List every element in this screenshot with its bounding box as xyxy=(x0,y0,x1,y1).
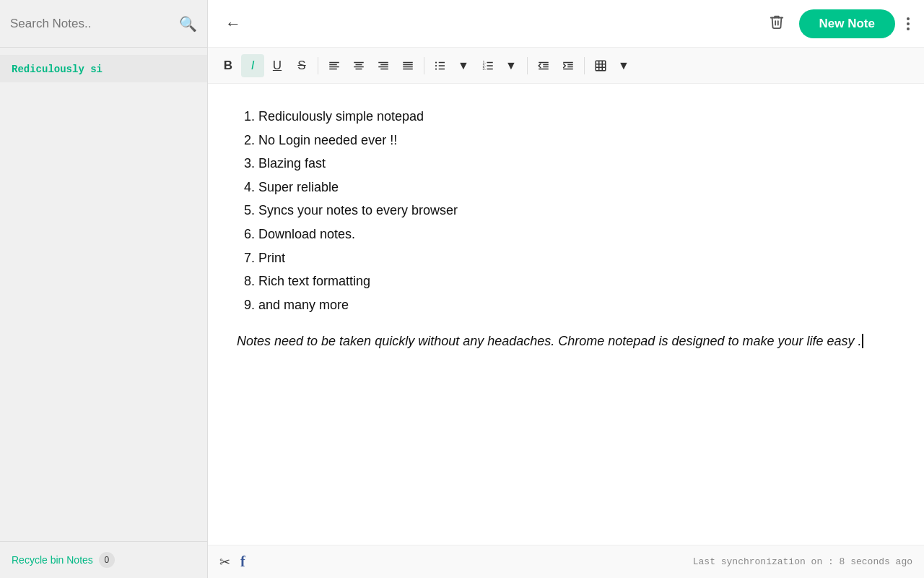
svg-point-20 xyxy=(435,64,437,66)
note-title: Rediculously si xyxy=(12,64,103,75)
underline-button[interactable]: U xyxy=(266,54,289,77)
svg-rect-36 xyxy=(596,61,606,71)
sidebar-header: 🔍 xyxy=(0,0,207,48)
table-group: ▼ xyxy=(589,54,635,77)
align-left-icon xyxy=(328,59,341,72)
list-item: Blazing fast xyxy=(258,152,886,175)
list-item: Syncs your notes to every browser xyxy=(258,199,886,222)
statusbar-icons: ✂ f xyxy=(219,553,245,570)
numbered-list-group: 1.2.3. ▼ xyxy=(476,54,523,77)
recycle-bin-button[interactable]: Recycle bin Notes 0 xyxy=(12,552,196,568)
indent-icon xyxy=(562,59,575,72)
search-icon[interactable]: 🔍 xyxy=(179,15,197,33)
align-right-button[interactable] xyxy=(372,54,395,77)
statusbar: ✂ f Last synchronization on : 8 seconds … xyxy=(208,545,924,578)
indent-button[interactable] xyxy=(557,54,580,77)
toolbar-separator-1 xyxy=(318,57,318,74)
toolbar-separator-4 xyxy=(584,57,585,74)
svg-text:3.: 3. xyxy=(483,66,486,71)
bullet-dropdown-arrow: ▼ xyxy=(458,59,469,72)
sync-status: Last synchronization on : 8 seconds ago xyxy=(693,556,912,567)
list-item: Download notes. xyxy=(258,223,886,246)
scissors-icon[interactable]: ✂ xyxy=(219,554,230,570)
bullet-list-group: ▼ xyxy=(429,54,475,77)
sidebar-footer: Recycle bin Notes 0 xyxy=(0,541,207,578)
numbered-dropdown-button[interactable]: ▼ xyxy=(500,54,523,77)
numbered-dropdown-arrow: ▼ xyxy=(505,59,517,72)
text-cursor xyxy=(862,334,863,348)
list-item: No Login needed ever !! xyxy=(258,129,886,152)
topbar: ← New Note xyxy=(208,0,924,48)
bullet-dropdown-button[interactable]: ▼ xyxy=(452,54,475,77)
table-button[interactable] xyxy=(589,54,612,77)
list-item: Print xyxy=(258,247,886,269)
numbered-list-button[interactable]: 1.2.3. xyxy=(476,54,500,77)
italic-button[interactable]: I xyxy=(241,54,264,77)
bullet-list-icon xyxy=(434,59,447,72)
trash-button[interactable] xyxy=(763,11,790,37)
strikethrough-button[interactable]: S xyxy=(290,54,313,77)
note-item[interactable]: Rediculously si xyxy=(0,55,207,82)
list-item: and many more xyxy=(258,294,886,316)
align-justify-button[interactable] xyxy=(396,54,419,77)
svg-point-21 xyxy=(435,68,437,69)
editor-paragraph: Notes need to be taken quickly without a… xyxy=(237,330,886,353)
editor-area[interactable]: Rediculously simple notepad No Login nee… xyxy=(208,84,924,545)
more-options-button[interactable] xyxy=(904,14,912,33)
note-list: Rediculously simple notepad No Login nee… xyxy=(237,105,886,316)
main-area: ← New Note B I U S xyxy=(208,0,924,578)
facebook-icon[interactable]: f xyxy=(240,553,245,570)
trash-icon xyxy=(769,14,785,30)
search-input[interactable] xyxy=(10,17,173,31)
formatting-toolbar: B I U S ▼ xyxy=(208,48,924,84)
outdent-button[interactable] xyxy=(532,54,555,77)
table-dropdown-button[interactable]: ▼ xyxy=(612,54,635,77)
svg-point-19 xyxy=(435,61,437,63)
table-icon xyxy=(594,59,607,72)
numbered-list-icon: 1.2.3. xyxy=(481,59,494,72)
align-left-button[interactable] xyxy=(323,54,346,77)
more-dot-1 xyxy=(907,17,910,20)
more-dot-2 xyxy=(907,22,910,25)
align-center-icon xyxy=(352,59,365,72)
list-item: Rich text formatting xyxy=(258,270,886,293)
paragraph-text: Notes need to be taken quickly without a… xyxy=(237,334,862,348)
list-item: Rediculously simple notepad xyxy=(258,105,886,128)
outdent-icon xyxy=(537,59,550,72)
toolbar-separator-3 xyxy=(527,57,528,74)
align-justify-icon xyxy=(401,59,414,72)
toolbar-separator-2 xyxy=(424,57,424,74)
align-center-button[interactable] xyxy=(347,54,370,77)
table-dropdown-arrow: ▼ xyxy=(618,59,629,72)
bullet-list-button[interactable] xyxy=(429,54,452,77)
bold-button[interactable]: B xyxy=(217,54,240,77)
new-note-button[interactable]: New Note xyxy=(799,9,895,38)
notes-list: Rediculously si xyxy=(0,48,207,541)
sidebar: 🔍 Rediculously si Recycle bin Notes 0 xyxy=(0,0,208,578)
recycle-bin-count: 0 xyxy=(99,552,115,568)
align-right-icon xyxy=(377,59,390,72)
more-dot-3 xyxy=(907,27,910,30)
recycle-bin-label: Recycle bin Notes xyxy=(12,554,93,566)
back-button[interactable]: ← xyxy=(219,12,247,36)
list-item: Super reliable xyxy=(258,176,886,199)
editor-content: Rediculously simple notepad No Login nee… xyxy=(237,105,886,353)
